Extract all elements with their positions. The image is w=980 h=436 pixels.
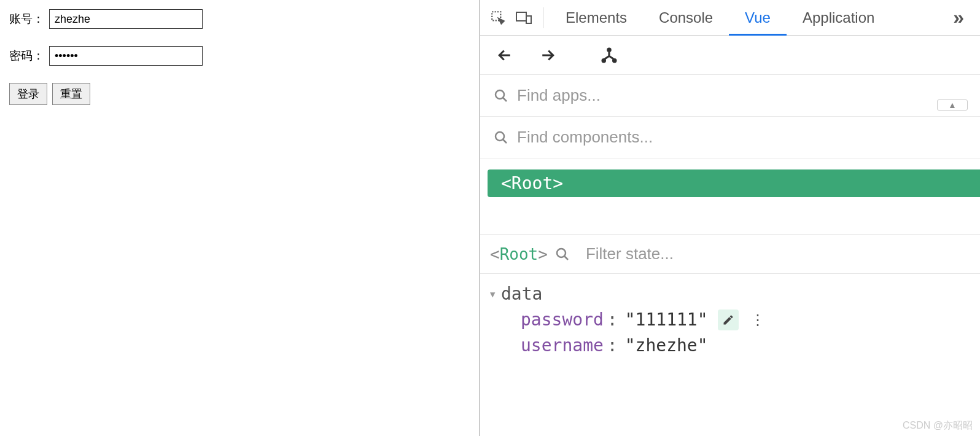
forward-icon[interactable] (535, 43, 560, 68)
more-vertical-icon[interactable]: ⋮ (749, 309, 767, 331)
tab-application[interactable]: Application (787, 0, 890, 35)
prop-row-password[interactable]: password: "111111" ⋮ (490, 307, 970, 333)
device-toolbar-icon[interactable] (511, 5, 537, 31)
filter-state-input[interactable] (586, 244, 970, 263)
data-section-title: data (501, 281, 542, 307)
search-icon (494, 130, 508, 145)
svg-line-9 (503, 139, 507, 143)
svg-line-7 (503, 98, 507, 101)
component-tree-icon[interactable] (597, 43, 621, 68)
username-input[interactable] (49, 9, 203, 29)
devtools-tabs: Elements Console Vue Application » (480, 0, 980, 36)
search-icon (494, 88, 508, 103)
state-header: <Root> (480, 235, 980, 274)
tab-vue[interactable]: Vue (729, 0, 787, 35)
tab-elements[interactable]: Elements (550, 0, 643, 35)
pencil-icon[interactable] (718, 309, 739, 330)
svg-rect-2 (526, 16, 531, 23)
svg-point-8 (496, 132, 504, 141)
prop-value: "111111" (625, 307, 708, 333)
tab-separator (543, 7, 543, 28)
login-button[interactable]: 登录 (9, 83, 47, 105)
component-tree: <Root> (480, 158, 980, 235)
password-label: 密码： (9, 48, 49, 64)
devtools-panel: Elements Console Vue Application » ▲ <Ro… (479, 0, 980, 436)
svg-point-6 (496, 90, 504, 99)
find-components-input[interactable] (517, 128, 966, 147)
more-tabs-icon[interactable]: » (942, 6, 975, 29)
expand-up-icon[interactable]: ▲ (937, 99, 968, 111)
component-state: ▼ data password: "111111" ⋮ username: "z… (480, 274, 980, 366)
tab-console[interactable]: Console (643, 0, 729, 35)
username-label: 账号： (9, 11, 49, 27)
search-icon (555, 247, 570, 262)
password-row: 密码： (9, 46, 470, 66)
prop-key: password (521, 307, 604, 333)
inspect-element-icon[interactable] (485, 5, 511, 31)
find-apps-input[interactable] (517, 86, 966, 105)
form-buttons: 登录 重置 (9, 83, 470, 105)
svg-line-11 (564, 256, 568, 260)
vue-toolbar (480, 36, 980, 75)
svg-point-3 (607, 47, 612, 52)
tree-node-root[interactable]: <Root> (488, 169, 980, 197)
selected-component-label: <Root> (490, 245, 548, 263)
chevron-down-icon: ▼ (490, 288, 501, 301)
svg-rect-1 (516, 12, 526, 21)
prop-value: "zhezhe" (625, 333, 708, 359)
username-row: 账号： (9, 9, 470, 29)
password-input[interactable] (49, 46, 203, 66)
prop-row-username[interactable]: username: "zhezhe" (490, 333, 970, 359)
find-components-row (480, 117, 980, 158)
reset-button[interactable]: 重置 (52, 83, 90, 105)
watermark: CSDN @亦昭昭 (903, 419, 973, 432)
svg-point-10 (557, 249, 566, 257)
data-section-row[interactable]: ▼ data (490, 281, 970, 307)
login-form-page: 账号： 密码： 登录 重置 (0, 0, 479, 436)
back-icon[interactable] (492, 43, 517, 68)
find-apps-row: ▲ (480, 75, 980, 117)
prop-key: username (521, 333, 604, 359)
